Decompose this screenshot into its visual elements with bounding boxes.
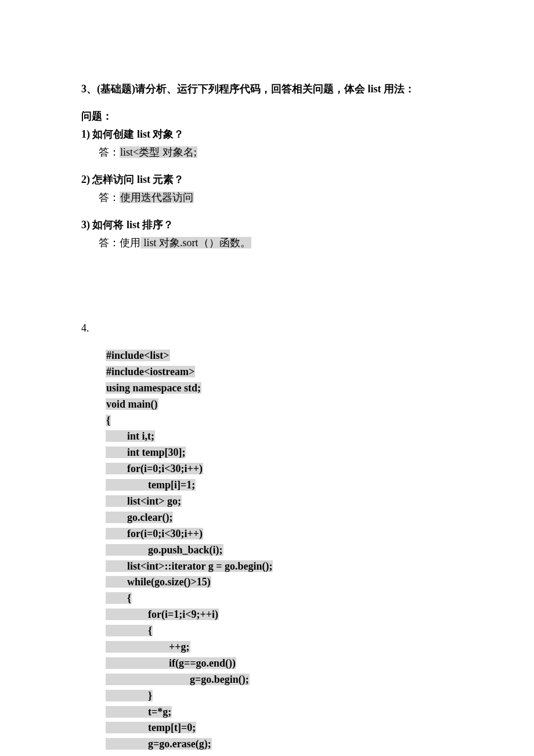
q3-item1-question: 1) 如何创建 list 对象？	[81, 127, 453, 142]
code-line: for(i=1;i<9;++i)	[106, 607, 453, 623]
question-3-title: 3、(基础题)请分析、运行下列程序代码，回答相关问题，体会 list 用法：	[81, 81, 453, 97]
code-line: go.push_back(i);	[106, 542, 453, 559]
code-text: #include<list>	[106, 350, 170, 361]
code-line: go.clear();	[106, 510, 453, 526]
code-line: for(i=0;i<30;i++)	[106, 526, 453, 542]
code-text: while(go.size()>15)	[106, 576, 211, 588]
code-text: int i,t;	[106, 430, 155, 442]
code-text: void main()	[106, 398, 158, 410]
code-line: {	[106, 413, 453, 429]
code-line: temp[t]=0;	[106, 720, 453, 736]
code-line: t=*g;	[106, 704, 453, 721]
q3-item3-question: 3) 如何将 list 排序？	[81, 217, 453, 233]
code-line: int temp[30];	[106, 445, 453, 461]
question-4: 4. #include<list>#include<iostream>using…	[81, 321, 453, 753]
code-text: }	[106, 690, 153, 701]
code-text: for(i=0;i<30;i++)	[106, 463, 203, 474]
code-text: using namespace std;	[106, 382, 201, 394]
code-line: g=go.erase(g);	[106, 736, 453, 753]
code-text: go.clear();	[106, 512, 173, 523]
answer-prefix: 答：	[99, 146, 120, 158]
code-text: {	[106, 625, 153, 636]
code-text: go.push_back(i);	[106, 544, 223, 556]
answer-highlight: list<类型 对象名;	[120, 146, 197, 158]
code-line: {	[106, 591, 453, 607]
code-line: }	[106, 688, 453, 704]
q3-item1-answer: 答：list<类型 对象名;	[81, 145, 453, 160]
code-line: #include<iostream>	[106, 364, 453, 380]
code-line: list<int> go;	[106, 494, 453, 510]
question-3-item-1: 1) 如何创建 list 对象？ 答：list<类型 对象名;	[81, 127, 453, 160]
code-text: int temp[30];	[106, 447, 186, 458]
code-block: #include<list>#include<iostream>using na…	[81, 348, 453, 753]
answer-highlight: list 对象.sort（）函数。	[140, 237, 251, 249]
code-text: g=go.begin();	[106, 674, 250, 685]
code-line: int i,t;	[106, 429, 453, 445]
q3-item3-answer: 答：使用 list 对象.sort（）函数。	[81, 235, 453, 251]
code-text: ++g;	[106, 641, 190, 653]
code-line: if(g==go.end())	[106, 656, 453, 672]
code-line: while(go.size()>15)	[106, 574, 453, 591]
code-line: {	[106, 623, 453, 639]
question-3-subtitle: 问题：	[81, 109, 453, 124]
code-text: {	[106, 415, 111, 426]
code-text: list<int>::iterator g = go.begin();	[106, 560, 273, 572]
answer-highlight: 使用迭代器访问	[120, 192, 194, 203]
document-page: 3、(基础题)请分析、运行下列程序代码，回答相关问题，体会 list 用法： 问…	[0, 0, 534, 756]
q3-item2-answer: 答：使用迭代器访问	[81, 190, 453, 206]
code-text: for(i=1;i<9;++i)	[106, 609, 219, 620]
question-3-item-2: 2) 怎样访问 list 元素？ 答：使用迭代器访问	[81, 172, 453, 206]
code-line: g=go.begin();	[106, 672, 453, 688]
code-line: #include<list>	[106, 348, 453, 364]
code-line: for(i=0;i<30;i++)	[106, 461, 453, 477]
question-3-item-3: 3) 如何将 list 排序？ 答：使用 list 对象.sort（）函数。	[81, 217, 453, 251]
code-line: list<int>::iterator g = go.begin();	[106, 559, 453, 575]
q3-item2-question: 2) 怎样访问 list 元素？	[81, 172, 453, 188]
code-text: if(g==go.end())	[106, 657, 236, 669]
code-line: temp[i]=1;	[106, 477, 453, 494]
question-4-label: 4.	[81, 321, 453, 336]
code-text: t=*g;	[106, 706, 172, 718]
code-line: void main()	[106, 397, 453, 413]
code-text: temp[t]=0;	[106, 722, 196, 733]
code-line: using namespace std;	[106, 380, 453, 397]
code-text: for(i=0;i<30;i++)	[106, 528, 203, 539]
code-text: list<int> go;	[106, 495, 182, 507]
answer-prefix: 答：使用	[99, 237, 140, 249]
answer-prefix: 答：	[99, 192, 120, 203]
code-text: g=go.erase(g);	[106, 738, 212, 750]
code-line: ++g;	[106, 639, 453, 656]
code-text: {	[106, 592, 132, 604]
code-text: temp[i]=1;	[106, 479, 196, 491]
code-text: #include<iostream>	[106, 366, 195, 377]
